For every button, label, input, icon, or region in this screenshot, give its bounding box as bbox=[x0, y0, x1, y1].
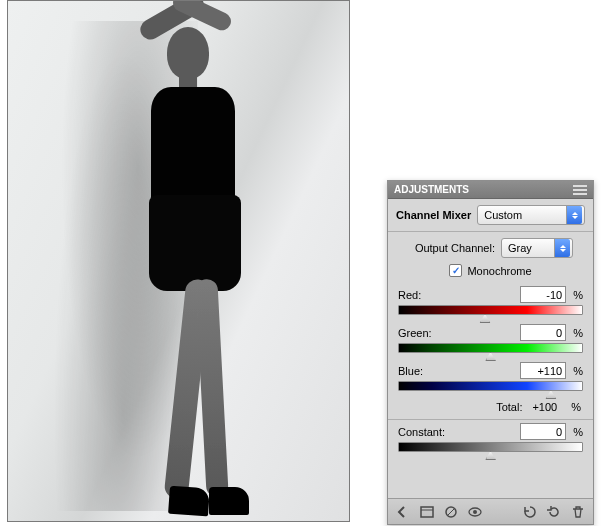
percent-label: % bbox=[573, 365, 583, 377]
output-channel-label: Output Channel: bbox=[415, 242, 495, 254]
svg-point-3 bbox=[473, 510, 477, 514]
green-input[interactable] bbox=[520, 324, 566, 341]
panel-menu-icon[interactable] bbox=[573, 185, 587, 195]
previous-state-icon[interactable] bbox=[521, 503, 539, 521]
image-content bbox=[123, 9, 293, 514]
total-value: +100 bbox=[532, 401, 557, 413]
total-row: Total: +100 % bbox=[388, 397, 593, 420]
preset-value: Custom bbox=[484, 209, 522, 221]
constant-input[interactable] bbox=[520, 423, 566, 440]
output-channel-value: Gray bbox=[508, 242, 532, 254]
back-arrow-icon[interactable] bbox=[394, 503, 412, 521]
svg-rect-0 bbox=[421, 507, 433, 517]
preset-select[interactable]: Custom bbox=[477, 205, 585, 225]
adjustments-panel: ADJUSTMENTS Channel Mixer Custom Output … bbox=[387, 180, 594, 525]
red-input[interactable] bbox=[520, 286, 566, 303]
blue-slider-thumb[interactable] bbox=[545, 390, 556, 399]
constant-label: Constant: bbox=[398, 426, 445, 438]
adjustment-type-row: Channel Mixer Custom bbox=[388, 199, 593, 231]
document-canvas[interactable] bbox=[7, 0, 350, 522]
percent-label: % bbox=[573, 289, 583, 301]
green-slider-thumb[interactable] bbox=[485, 352, 496, 361]
trash-icon[interactable] bbox=[569, 503, 587, 521]
percent-label: % bbox=[573, 426, 583, 438]
red-slider-group: Red: % bbox=[388, 283, 593, 321]
blue-slider-track[interactable] bbox=[398, 381, 583, 391]
chevron-updown-icon bbox=[554, 239, 570, 257]
panel-title: ADJUSTMENTS bbox=[394, 184, 469, 195]
reset-icon[interactable] bbox=[545, 503, 563, 521]
red-label: Red: bbox=[398, 289, 421, 301]
green-slider-track[interactable] bbox=[398, 343, 583, 353]
blue-input[interactable] bbox=[520, 362, 566, 379]
chevron-updown-icon bbox=[566, 206, 582, 224]
panel-titlebar[interactable]: ADJUSTMENTS bbox=[388, 181, 593, 199]
constant-slider-thumb[interactable] bbox=[485, 451, 496, 460]
blue-label: Blue: bbox=[398, 365, 423, 377]
green-label: Green: bbox=[398, 327, 432, 339]
monochrome-row: Monochrome bbox=[388, 264, 593, 283]
green-slider-group: Green: % bbox=[388, 321, 593, 359]
monochrome-label: Monochrome bbox=[467, 265, 531, 277]
red-slider-track[interactable] bbox=[398, 305, 583, 315]
constant-slider-track[interactable] bbox=[398, 442, 583, 452]
percent-label: % bbox=[571, 401, 581, 413]
total-label: Total: bbox=[496, 401, 522, 413]
clip-to-layer-icon[interactable] bbox=[442, 503, 460, 521]
output-channel-select[interactable]: Gray bbox=[501, 238, 573, 258]
percent-label: % bbox=[573, 327, 583, 339]
constant-slider-group: Constant: % bbox=[388, 420, 593, 458]
red-slider-thumb[interactable] bbox=[480, 314, 491, 323]
panel-bottombar bbox=[388, 498, 593, 524]
adjustment-type-label: Channel Mixer bbox=[396, 209, 471, 221]
expand-view-icon[interactable] bbox=[418, 503, 436, 521]
output-channel-row: Output Channel: Gray bbox=[388, 232, 593, 264]
image-shadow bbox=[48, 21, 198, 511]
blue-slider-group: Blue: % bbox=[388, 359, 593, 397]
monochrome-checkbox[interactable] bbox=[449, 264, 462, 277]
visibility-icon[interactable] bbox=[466, 503, 484, 521]
